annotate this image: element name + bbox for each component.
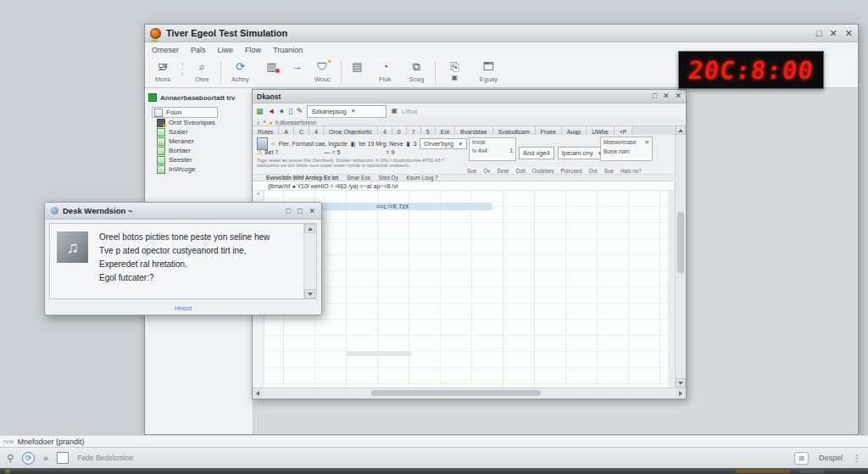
- mons-button[interactable]: 🖳︎ Mons: [150, 59, 175, 83]
- inner-close-button[interactable]: ✕: [663, 92, 670, 100]
- col-header[interactable]: Sue: [467, 168, 476, 174]
- tool-icon[interactable]: ⚲: [7, 453, 14, 464]
- tree-item-bortaer[interactable]: Bortaer: [157, 146, 249, 155]
- square-blue-icon[interactable]: ▯: [288, 108, 292, 115]
- inner-titlebar[interactable]: Dkaost □ ✕ ✕: [253, 90, 686, 103]
- dialog-maximize-button[interactable]: □: [298, 207, 302, 215]
- grid-flower-icon[interactable]: ⊞: [794, 452, 809, 465]
- col-header[interactable]: Oodebes: [532, 168, 554, 174]
- scroll-right-button[interactable]: [676, 388, 686, 398]
- dialog-scroll-down[interactable]: [304, 289, 315, 298]
- tree-item-inwcoge[interactable]: InWcoge: [157, 165, 249, 174]
- arrow-right-icon: →: [289, 59, 305, 74]
- kebab-menu-icon[interactable]: ⋮: [853, 454, 861, 463]
- scroll-up-button[interactable]: [676, 125, 686, 135]
- menu-item-3[interactable]: Flow: [245, 46, 261, 54]
- tree-item-foun[interactable]: Foun: [152, 107, 218, 118]
- inner-maximize-button[interactable]: □: [652, 92, 656, 100]
- taskbar-item-gray[interactable]: [800, 469, 824, 473]
- scroll-left-button[interactable]: [253, 388, 263, 398]
- taskbar-strip[interactable]: [0, 468, 868, 474]
- mode-dropdown[interactable]: Szkanepsog ▼: [307, 105, 387, 118]
- wouc-button[interactable]: 🛡︎✦ Wouc: [309, 59, 335, 83]
- col-header-left[interactable]: Evevcitdn 90hf Arotep Es tet: [266, 175, 338, 181]
- desktop: Tiver Egeol Test Simulation □ ✕ ✕ Omeser…: [0, 0, 868, 474]
- inner-close-button-2[interactable]: ✕: [675, 92, 682, 100]
- play-icon[interactable]: ◄: [268, 108, 275, 115]
- invok-value[interactable]: 1: [509, 148, 513, 153]
- menu-item-0[interactable]: Omeser: [152, 46, 179, 54]
- sync-cloud-icon[interactable]: ⟳: [22, 452, 35, 465]
- flok-button[interactable]: ◔ Flok: [372, 59, 398, 83]
- tree-header[interactable]: Annaerbasaboortatt trv: [148, 93, 249, 102]
- forward-button[interactable]: →: [290, 59, 303, 74]
- chevrons-icon[interactable]: ›·›: [181, 62, 183, 77]
- status-prefix: rvw: [3, 438, 14, 445]
- taskbar-item-green[interactable]: [5, 469, 10, 473]
- double-chevron-icon[interactable]: »: [43, 453, 48, 463]
- pen-icon[interactable]: ✎: [297, 108, 303, 115]
- soag-button[interactable]: ⧉ Soag: [403, 59, 429, 83]
- dialog-close-button[interactable]: ✕: [309, 207, 315, 215]
- dialog-titlebar[interactable]: Desk Werndsion ~ □ □ ✕: [45, 203, 321, 220]
- col-header-mid[interactable]: Sted Oy: [379, 175, 398, 181]
- invok-field-label: Iv 4o4:: [472, 148, 489, 153]
- col-header[interactable]: Ov: [483, 168, 490, 174]
- tree-item-meraner[interactable]: Meraner: [157, 137, 249, 146]
- chevron-down-icon: ▼: [458, 142, 463, 147]
- dialog-minimize-button[interactable]: □: [287, 207, 291, 215]
- main-titlebar[interactable]: Tiver Egeol Test Simulation □ ✕ ✕: [145, 25, 858, 42]
- overlay-dropdown[interactable]: Orver'byrg ▼: [420, 138, 467, 149]
- toolbar-separator: [435, 61, 436, 85]
- tree-item-seester[interactable]: Seester: [157, 155, 249, 165]
- sync-icon: ⟳: [232, 59, 248, 74]
- dialog-icon: [51, 207, 58, 215]
- menu-item-1[interactable]: Pals: [191, 46, 206, 54]
- measure-close-icon[interactable]: ✕: [645, 139, 649, 146]
- eguay-button[interactable]: 🗔︎ Eguay: [473, 59, 504, 83]
- achny-button[interactable]: ⟳ Achny: [227, 59, 253, 83]
- tree-item-szaler[interactable]: Szaler: [157, 127, 249, 137]
- maximize-button[interactable]: □: [816, 29, 822, 38]
- add-button[interactable]: And vge4: [519, 147, 554, 159]
- dialog-scrollbar[interactable]: [303, 224, 316, 298]
- grid-header-top: Sue Ov Sese Doti Oodebes Putrused Oot Su…: [253, 167, 674, 174]
- grid-green-icon[interactable]: ▦: [256, 108, 264, 115]
- star-icon: ✦: [262, 119, 266, 125]
- despel-button[interactable]: Despel: [819, 454, 843, 462]
- horizontal-scrollbar[interactable]: [253, 388, 686, 398]
- menu-item-4[interactable]: Truanion: [273, 46, 303, 54]
- col-header[interactable]: Putrused: [560, 168, 581, 174]
- measure-group: Meeworinase ✕ Boew nam: [600, 137, 653, 161]
- speed-dropdown[interactable]: Ipeoen.cny ▼: [558, 147, 607, 159]
- panel-icon[interactable]: [57, 452, 69, 464]
- oree-button[interactable]: ⌕ Oree: [189, 59, 214, 83]
- dialog-link[interactable]: Hnoot: [45, 304, 321, 312]
- scroll-down-button[interactable]: [676, 378, 686, 388]
- formula-row[interactable]: (Bma//nf ● Y10l weHiO = /463 /ya) =~a/ a…: [253, 181, 674, 191]
- horizontal-scroll-thumb[interactable]: [371, 390, 541, 396]
- col-header[interactable]: Sue: [604, 168, 614, 174]
- clipboard-button[interactable]: ⎘ ▣: [442, 59, 467, 81]
- selected-cell-text: ==c /=K 7zX: [376, 204, 409, 209]
- col-header[interactable]: Doti: [516, 168, 526, 174]
- col-header[interactable]: Hais no?: [620, 168, 642, 174]
- tree-item-orst[interactable]: Orst Sveonipas: [157, 118, 249, 127]
- stack-button[interactable]: ▤: [348, 59, 366, 74]
- col-header-mid[interactable]: Ksum Loug 7: [407, 175, 438, 181]
- vertical-scrollbar[interactable]: [675, 125, 685, 388]
- node-icon: [157, 165, 165, 174]
- dot-blue-icon[interactable]: ●: [279, 108, 283, 115]
- trash-button[interactable]: ▥: [259, 59, 284, 74]
- menu-item-2[interactable]: Liwe: [218, 46, 234, 54]
- close-button[interactable]: ✕: [830, 29, 837, 38]
- col-header[interactable]: Sese: [497, 168, 509, 174]
- close-button-2[interactable]: ✕: [845, 29, 853, 38]
- col-header[interactable]: Oot: [589, 168, 598, 174]
- vertical-scroll-thumb[interactable]: [677, 212, 684, 273]
- dialog-scroll-up[interactable]: [304, 224, 315, 233]
- col-header-mid[interactable]: Smar Eos: [347, 175, 370, 181]
- invok-group: Invok Iv 4o4: 1: [469, 137, 516, 161]
- taskbar-item-amber[interactable]: [736, 469, 790, 473]
- dialog-body: ♫ Oreel botos picties tone peste yon sel…: [49, 223, 317, 299]
